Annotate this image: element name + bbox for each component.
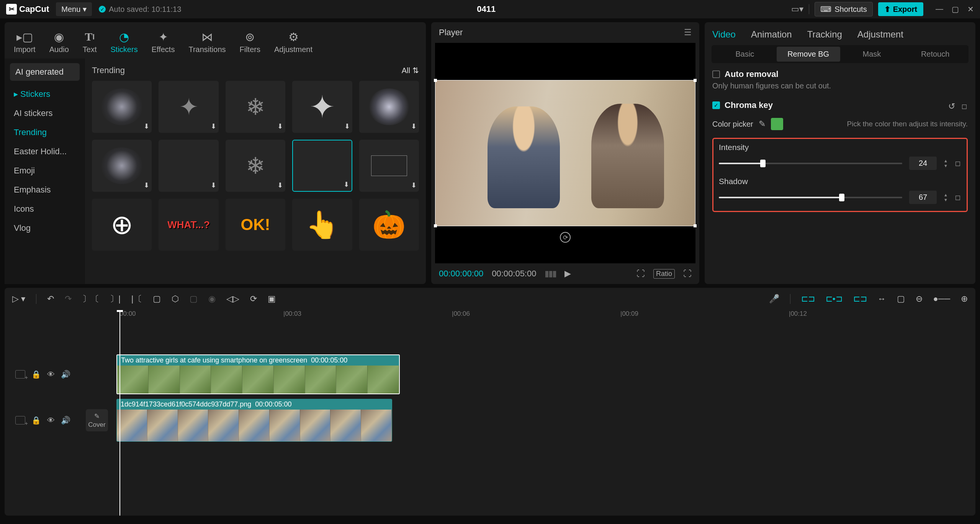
tab-import[interactable]: ▸▢Import: [8, 28, 41, 56]
cat-stickers[interactable]: Stickers: [5, 85, 85, 104]
slider-thumb[interactable]: [839, 194, 844, 201]
tab-adjustment[interactable]: ⚙Adjustment: [269, 28, 318, 56]
add-track-icon[interactable]: [15, 416, 25, 424]
lock-icon[interactable]: 🔒: [31, 416, 41, 425]
fullscreen-icon[interactable]: ⛶: [683, 269, 692, 279]
cover-button[interactable]: ✎ Cover: [86, 409, 108, 431]
tab-transitions[interactable]: ⋈Transitions: [183, 28, 231, 56]
magnet-icon[interactable]: ⊏⊐: [801, 294, 815, 304]
menu-button[interactable]: Menu ▾: [56, 2, 92, 16]
subtab-removebg[interactable]: Remove BG: [777, 47, 840, 62]
keyframe-icon[interactable]: ◇: [952, 191, 964, 203]
slider-thumb[interactable]: [760, 160, 766, 167]
play-button[interactable]: ▶: [564, 269, 571, 279]
cursor-tool-icon[interactable]: ▷ ▾: [12, 294, 25, 304]
download-icon[interactable]: ⬇: [344, 180, 349, 189]
zoom-slider[interactable]: ●──: [933, 294, 950, 304]
tab-video[interactable]: Video: [712, 29, 736, 40]
sticker-item[interactable]: ⬇: [292, 140, 352, 192]
scan-icon[interactable]: ⛶: [636, 269, 645, 279]
video-frame[interactable]: ⟳: [435, 80, 695, 226]
timeline-body[interactable]: 00:00 |00:03 |00:06 |00:09 |00:12 🔒 👁 🔊 …: [5, 310, 975, 516]
intensity-value[interactable]: 24: [909, 157, 937, 170]
sticker-item[interactable]: ❄⬇: [226, 140, 285, 192]
sticker-item[interactable]: ✦⬇: [292, 81, 352, 133]
tab-audio[interactable]: ◉Audio: [44, 28, 74, 56]
shadow-slider[interactable]: [719, 197, 902, 198]
cat-vlog[interactable]: Vlog: [5, 219, 85, 238]
keyframe-icon[interactable]: ◇: [959, 101, 970, 112]
speed-icon[interactable]: ◉: [208, 294, 216, 304]
filter-button[interactable]: All ⇅: [402, 66, 419, 75]
maximize-icon[interactable]: ▢: [952, 5, 959, 14]
split-icon[interactable]: 〕〔: [82, 293, 99, 305]
sticker-item[interactable]: 🎃: [359, 199, 419, 251]
download-icon[interactable]: ⬇: [277, 122, 283, 131]
player-viewport[interactable]: ⟳: [435, 43, 695, 263]
shield-icon[interactable]: ⬡: [172, 294, 179, 304]
visibility-icon[interactable]: 👁: [47, 416, 55, 425]
download-icon[interactable]: ⬇: [144, 122, 149, 131]
sticker-item[interactable]: ❄⬇: [226, 81, 285, 133]
link-icon[interactable]: ⊏•⊐: [826, 294, 843, 304]
auto-removal-checkbox[interactable]: [712, 70, 720, 78]
download-icon[interactable]: ⬇: [344, 122, 350, 131]
export-button[interactable]: ⬆ Export: [878, 2, 923, 16]
mute-icon[interactable]: 🔊: [61, 416, 70, 425]
keyframe-icon[interactable]: ◇: [952, 157, 964, 169]
eyedropper-icon[interactable]: ✎: [759, 119, 766, 129]
trim-right-icon[interactable]: |〔: [131, 293, 142, 305]
chroma-checkbox[interactable]: ✓: [712, 101, 720, 109]
resize-handle[interactable]: [694, 79, 697, 82]
sticker-item[interactable]: ⬇: [359, 81, 419, 133]
download-icon[interactable]: ⬇: [144, 181, 149, 189]
tab-stickers[interactable]: ◔Stickers: [105, 28, 143, 56]
subtab-retouch[interactable]: Retouch: [903, 47, 967, 62]
delete-icon[interactable]: ▢: [153, 294, 161, 304]
shortcuts-button[interactable]: ⌨ Shortcuts: [815, 2, 872, 16]
tab-tracking[interactable]: Tracking: [807, 29, 842, 40]
download-icon[interactable]: ⬇: [411, 181, 417, 189]
crop-icon[interactable]: ▣: [268, 294, 276, 304]
resize-handle[interactable]: [434, 224, 437, 227]
tab-animation[interactable]: Animation: [751, 29, 792, 40]
clip-1[interactable]: Two attractive girls at cafe using smart…: [116, 354, 400, 394]
track-content[interactable]: Two attractive girls at cafe using smart…: [81, 354, 975, 394]
intensity-slider[interactable]: [719, 163, 902, 164]
redo-icon[interactable]: ↷: [65, 294, 72, 304]
trim-left-icon[interactable]: 〕|: [110, 293, 121, 305]
tab-adjustment-props[interactable]: Adjustment: [857, 29, 903, 40]
sticker-item[interactable]: ⬇: [359, 140, 419, 192]
subtab-mask[interactable]: Mask: [840, 47, 904, 62]
cat-emphasis[interactable]: Emphasis: [5, 180, 85, 199]
align-icon[interactable]: ↔: [878, 294, 886, 304]
track-content[interactable]: 1dc914f1733ced61f0c574ddc937dd77.png 00:…: [108, 399, 975, 442]
lock-icon[interactable]: 🔒: [31, 370, 41, 379]
minimize-icon[interactable]: —: [936, 5, 943, 14]
sticker-item[interactable]: WHAT...?: [159, 199, 218, 251]
zoom-in-icon[interactable]: ⊕: [961, 294, 968, 304]
record-icon[interactable]: ▢: [190, 294, 198, 304]
download-icon[interactable]: ⬇: [411, 122, 417, 131]
rotate-icon[interactable]: ⟳: [250, 294, 257, 304]
add-track-icon[interactable]: [15, 370, 25, 379]
color-swatch[interactable]: [771, 118, 783, 130]
sticker-item[interactable]: ⬇: [92, 81, 152, 133]
cat-easter[interactable]: Easter Holid...: [5, 142, 85, 161]
cat-emoji[interactable]: Emoji: [5, 161, 85, 180]
sticker-item[interactable]: OK!: [226, 199, 285, 251]
tab-filters[interactable]: ⊚Filters: [234, 28, 266, 56]
mic-icon[interactable]: 🎤: [769, 294, 779, 304]
sticker-item[interactable]: ✦⬇: [159, 81, 218, 133]
download-icon[interactable]: ⬇: [211, 181, 216, 189]
category-header[interactable]: AI generated: [10, 63, 80, 81]
visibility-icon[interactable]: 👁: [47, 370, 55, 379]
playhead[interactable]: [119, 310, 120, 516]
close-icon[interactable]: ✕: [967, 5, 974, 14]
rotate-handle[interactable]: ⟳: [560, 232, 571, 243]
sticker-item[interactable]: 👆: [292, 199, 352, 251]
sticker-item[interactable]: ⊕: [92, 199, 152, 251]
menu-icon[interactable]: ☰: [684, 28, 692, 38]
preview-icon[interactable]: ▢: [897, 294, 905, 304]
shadow-value[interactable]: 67: [909, 191, 937, 204]
